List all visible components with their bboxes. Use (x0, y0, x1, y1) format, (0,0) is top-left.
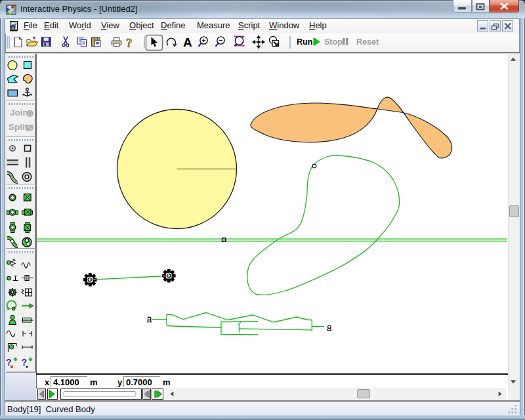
svg-text:?: ? (126, 36, 133, 50)
svg-text:?: ? (22, 357, 28, 368)
svg-text:A: A (183, 35, 192, 49)
